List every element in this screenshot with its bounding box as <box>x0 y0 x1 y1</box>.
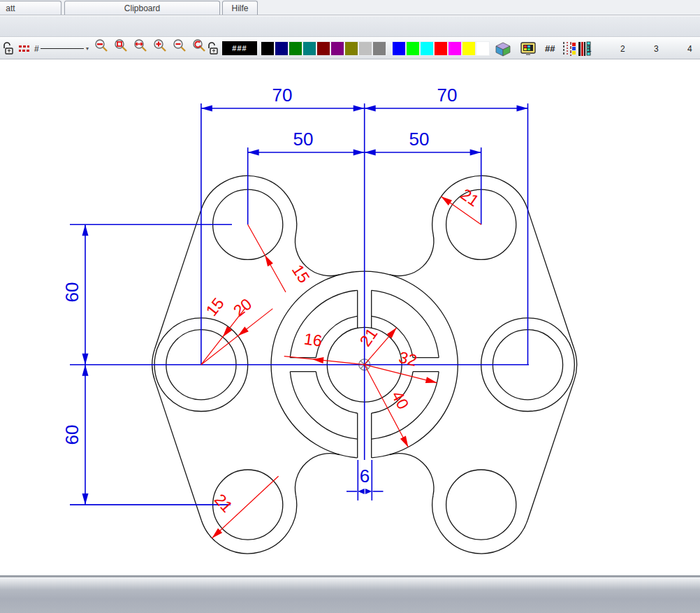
linetype-hash-label: # <box>34 38 39 59</box>
palette-swatch[interactable] <box>392 41 406 56</box>
dim-50-left: 50 <box>293 129 314 150</box>
main-toolbar: # ▾ <box>0 38 700 59</box>
color-palette <box>261 41 490 56</box>
ribbon-tab-bar: att Clipboard Hilfe <box>0 0 700 15</box>
linestyle-manager-button[interactable] <box>562 38 576 59</box>
drawing-viewport[interactable]: 70 70 50 50 60 60 6 <box>0 60 700 575</box>
linear-dimensions: 70 70 50 50 60 60 6 <box>61 85 529 505</box>
rdim-21-top-right: 21 <box>458 185 483 210</box>
palette-swatch[interactable] <box>462 41 476 56</box>
lock-open-button[interactable] <box>2 38 14 59</box>
zoom-extents-icon <box>133 38 147 52</box>
rdim-21-hub: 21 <box>356 324 381 349</box>
ribbon-band <box>0 16 700 37</box>
tab-blatt-label: att <box>6 3 15 13</box>
rdim-40-hub: 40 <box>388 388 413 412</box>
tab-blatt[interactable]: att <box>0 1 61 15</box>
dim-50-right: 50 <box>409 129 430 150</box>
palette-swatch[interactable] <box>434 41 448 56</box>
linetype-pattern-button[interactable] <box>19 38 31 59</box>
linetypes-colors-icon <box>562 41 576 57</box>
zoom-previous-icon <box>94 38 108 52</box>
dim-60-bottom: 60 <box>61 425 82 445</box>
palette-swatch[interactable] <box>275 41 289 56</box>
linetype-preview-line <box>41 48 84 49</box>
zoom-out-icon <box>173 38 187 52</box>
palette-swatch[interactable] <box>406 41 420 56</box>
page-number-1[interactable]: 1 <box>587 38 592 59</box>
zoom-previous-button[interactable] <box>94 38 109 53</box>
palette-swatch[interactable] <box>330 41 344 56</box>
dim-70-right: 70 <box>437 85 458 106</box>
dim-60-top: 60 <box>61 282 82 303</box>
monitor-icon <box>520 41 537 57</box>
lock-open-icon <box>207 42 219 55</box>
cube-3d-icon <box>495 41 511 57</box>
radial-dimensions: 15 21 15 20 21 16 21 32 40 <box>201 185 483 538</box>
palette-swatch[interactable] <box>420 41 434 56</box>
palette-swatch[interactable] <box>316 41 330 56</box>
lock-open-button-2[interactable] <box>207 38 219 59</box>
bylayer-color-button[interactable]: ### <box>222 41 257 55</box>
double-hash-label: ## <box>545 38 555 59</box>
zoom-back-icon <box>192 38 206 52</box>
rdim-32-hub: 32 <box>397 348 418 370</box>
rdim-15-left: 15 <box>203 294 228 319</box>
tab-hilfe[interactable]: Hilfe <box>222 1 258 15</box>
red-dashes-icon <box>19 45 31 53</box>
chevron-down-icon: ▾ <box>86 45 89 52</box>
bylayer-color-label: ### <box>222 41 257 55</box>
rdim-20-left: 20 <box>230 295 255 320</box>
status-bar <box>0 577 700 613</box>
cad-drawing[interactable]: 70 70 50 50 60 60 6 <box>0 60 700 575</box>
render-3d-button[interactable] <box>495 38 511 59</box>
tab-hilfe-label: Hilfe <box>231 3 248 13</box>
palette-swatch[interactable] <box>358 41 372 56</box>
tab-clipboard[interactable]: Clipboard <box>64 1 220 15</box>
cad-application-window: att Clipboard Hilfe # <box>0 0 700 613</box>
page-number-3[interactable]: 3 <box>654 38 659 59</box>
lock-open-icon <box>2 42 14 55</box>
palette-swatch[interactable] <box>261 41 275 56</box>
palette-swatch[interactable] <box>302 41 316 56</box>
zoom-out-button[interactable] <box>172 38 187 53</box>
zoom-window-icon <box>114 38 128 52</box>
linetype-selector[interactable]: ▾ <box>41 38 89 59</box>
palette-swatch[interactable] <box>448 41 462 56</box>
zoom-in-icon <box>153 38 167 52</box>
zoom-extents-button[interactable] <box>133 38 148 53</box>
tab-clipboard-label: Clipboard <box>124 3 160 13</box>
page-number-4[interactable]: 4 <box>687 38 692 59</box>
rdim-16-hub: 16 <box>303 329 323 349</box>
display-settings-button[interactable] <box>520 38 537 59</box>
zoom-back-button[interactable] <box>191 38 207 53</box>
palette-swatch[interactable] <box>372 41 386 56</box>
zoom-window-button[interactable] <box>113 38 129 53</box>
dim-6-slot-width: 6 <box>360 466 370 486</box>
dim-70-left: 70 <box>272 85 293 106</box>
palette-swatch[interactable] <box>344 41 358 56</box>
palette-swatch[interactable] <box>476 41 490 56</box>
rdim-15-top-left: 15 <box>289 261 314 287</box>
palette-swatch[interactable] <box>289 41 302 56</box>
zoom-in-button[interactable] <box>152 38 168 53</box>
page-number-2[interactable]: 2 <box>620 38 625 59</box>
